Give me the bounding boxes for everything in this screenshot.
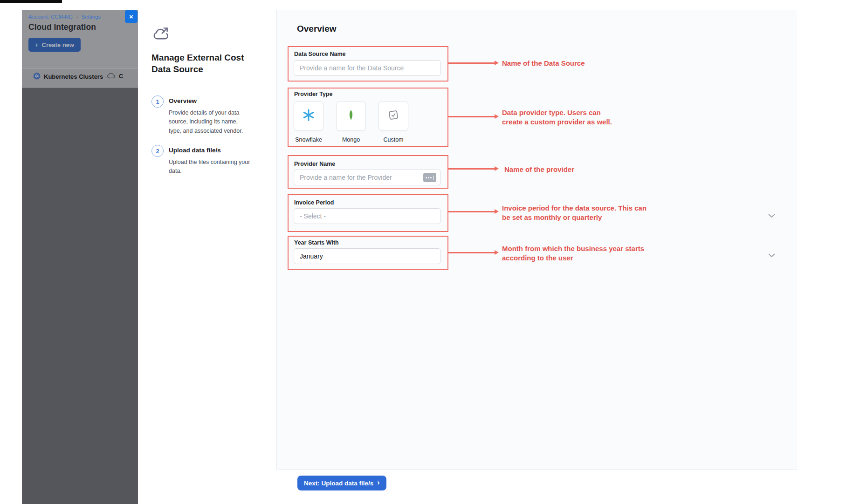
step-1-indicator[interactable]: 1 [151, 95, 164, 108]
step-2-description: Upload the files containing your data. [169, 158, 252, 176]
breadcrumb-settings-link[interactable]: Settings [81, 14, 101, 20]
provider-card-custom[interactable] [378, 101, 408, 131]
breadcrumb-separator: › [76, 14, 78, 20]
top-left-black-strip [0, 0, 62, 3]
data-source-name-input[interactable] [294, 60, 441, 76]
expression-ellipsis-icon[interactable] [423, 173, 436, 182]
provider-name-label: Provider Name [294, 161, 335, 167]
custom-provider-icon [387, 109, 400, 123]
tab-kubernetes-clusters[interactable]: Kubernetes Clusters [33, 72, 103, 81]
next-upload-button[interactable]: Next: Upload data file/s › [297, 476, 386, 490]
tab-cloud-truncated[interactable]: C [107, 72, 123, 80]
data-source-name-label: Data Source Name [294, 51, 345, 57]
create-new-label: Create new [42, 41, 74, 48]
close-icon: × [129, 13, 133, 20]
page-title: Cloud Integration [28, 22, 96, 32]
plus-icon: + [35, 41, 39, 48]
invoice-period-select[interactable] [294, 208, 441, 224]
cloud-icon [107, 72, 116, 80]
year-starts-with-chevron-down-icon[interactable] [768, 251, 775, 259]
provider-name-input[interactable] [294, 170, 441, 185]
step-1-title[interactable]: Overview [169, 97, 197, 104]
provider-label-mongo: Mongo [328, 136, 374, 143]
step-1-description: Provide details of your data source, inc… [169, 109, 252, 136]
overview-form-panel [276, 10, 797, 470]
snowflake-icon [302, 108, 316, 124]
year-starts-with-label: Year Starts With [294, 239, 339, 246]
year-starts-with-select[interactable] [294, 248, 441, 264]
next-button-label: Next: Upload data file/s [304, 480, 373, 487]
provider-card-snowflake[interactable] [294, 101, 323, 131]
kubernetes-icon [33, 72, 41, 81]
screenshot-root: Account: CCM-NG › Settings Cloud Integra… [0, 0, 853, 504]
mongo-leaf-icon [345, 108, 357, 124]
dimmed-background-page: Account: CCM-NG › Settings Cloud Integra… [22, 10, 138, 504]
invoice-period-chevron-down-icon[interactable] [768, 211, 775, 220]
cloud-export-icon [153, 26, 171, 43]
provider-type-label: Provider Type [294, 91, 332, 97]
footer-divider [277, 470, 797, 470]
invoice-period-label: Invoice Period [294, 199, 334, 206]
provider-label-custom: Custom [370, 136, 417, 143]
breadcrumb-account-link[interactable]: Account: CCM-NG [28, 14, 73, 20]
tab-cloud-label: C [119, 73, 123, 80]
step-2-indicator[interactable]: 2 [151, 145, 164, 157]
chevron-right-icon: › [377, 479, 379, 486]
step-2-title[interactable]: Upload data file/s [169, 147, 221, 154]
form-heading: Overview [297, 24, 337, 34]
drawer-title: Manage External Cost Data Source [151, 52, 255, 75]
breadcrumb: Account: CCM-NG › Settings [28, 14, 101, 20]
create-new-button[interactable]: + Create new [28, 38, 81, 52]
tab-kubernetes-label: Kubernetes Clusters [44, 73, 103, 80]
close-button[interactable]: × [125, 10, 138, 23]
provider-card-mongo[interactable] [336, 101, 366, 131]
provider-label-snowflake: Snowflake [285, 136, 332, 143]
